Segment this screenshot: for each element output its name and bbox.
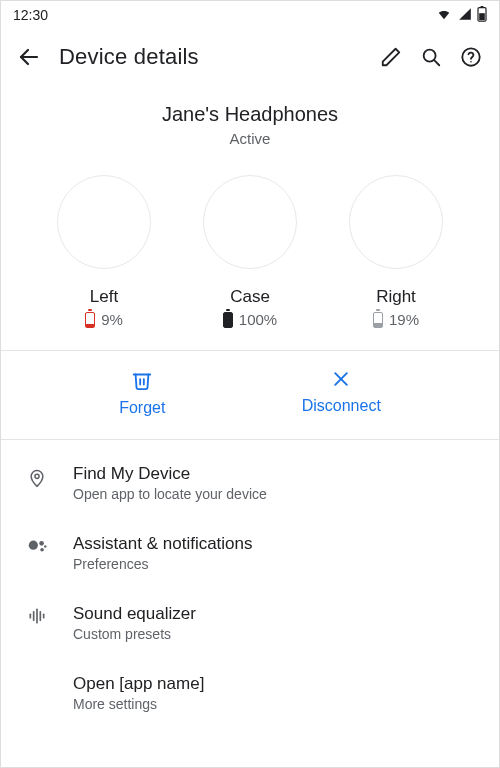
list-item-subtitle: Custom presets [73, 626, 477, 642]
assistant-notifications-item[interactable]: Assistant & notifications Preferences [1, 518, 499, 588]
back-arrow-icon [17, 45, 41, 69]
earbud-case-image [203, 175, 297, 269]
svg-point-13 [29, 541, 38, 550]
svg-point-14 [39, 541, 44, 546]
open-companion-app-item[interactable]: Open [app name] More settings [1, 658, 499, 728]
disconnect-button[interactable]: Disconnect [302, 369, 381, 417]
earbud-left-battery: 9% [101, 311, 123, 328]
svg-line-5 [434, 60, 439, 65]
list-item-title: Sound equalizer [73, 604, 477, 624]
disconnect-label: Disconnect [302, 397, 381, 415]
page-title: Device details [59, 44, 371, 70]
status-icons [435, 6, 487, 25]
assistant-icon [26, 536, 48, 558]
svg-rect-2 [479, 13, 485, 20]
earbud-right-battery: 19% [389, 311, 419, 328]
app-bar: Device details [1, 29, 499, 85]
list-item-subtitle: More settings [73, 696, 477, 712]
svg-point-15 [40, 548, 44, 552]
search-button[interactable] [411, 37, 451, 77]
earbud-left-image [57, 175, 151, 269]
settings-list: Find My Device Open app to locate your d… [1, 440, 499, 728]
earbud-left-label: Left [90, 287, 118, 307]
battery-status-icon [477, 6, 487, 25]
help-icon [460, 46, 482, 68]
find-my-device-item[interactable]: Find My Device Open app to locate your d… [1, 448, 499, 518]
svg-point-7 [470, 61, 472, 63]
list-item-title: Assistant & notifications [73, 534, 477, 554]
sound-equalizer-item[interactable]: Sound equalizer Custom presets [1, 588, 499, 658]
earbud-case-battery: 100% [239, 311, 277, 328]
list-item-title: Open [app name] [73, 674, 477, 694]
device-header: Jane's Headphones Active [1, 103, 499, 147]
earbud-left: Left 9% [32, 175, 177, 328]
list-item-subtitle: Open app to locate your device [73, 486, 477, 502]
back-button[interactable] [9, 37, 49, 77]
earbud-right: Right 19% [324, 175, 469, 328]
device-state: Active [1, 130, 499, 147]
edit-button[interactable] [371, 37, 411, 77]
battery-low-icon [373, 312, 383, 328]
earbud-case: Case 100% [178, 175, 323, 328]
battery-low-icon [85, 312, 95, 328]
status-bar: 12:30 [1, 1, 499, 29]
earbud-right-image [349, 175, 443, 269]
list-item-subtitle: Preferences [73, 556, 477, 572]
forget-button[interactable]: Forget [119, 369, 165, 417]
list-item-title: Find My Device [73, 464, 477, 484]
svg-rect-1 [480, 6, 483, 8]
status-time: 12:30 [13, 7, 48, 23]
svg-point-12 [35, 474, 39, 478]
pencil-icon [380, 46, 402, 68]
close-icon [331, 369, 351, 389]
equalizer-icon [26, 606, 48, 626]
location-pin-icon [27, 466, 47, 490]
forget-label: Forget [119, 399, 165, 417]
wifi-icon [435, 7, 453, 24]
device-name: Jane's Headphones [1, 103, 499, 126]
svg-point-16 [44, 545, 46, 547]
earbud-right-label: Right [376, 287, 416, 307]
cell-signal-icon [457, 7, 473, 24]
battery-full-icon [223, 312, 233, 328]
earbud-case-label: Case [230, 287, 270, 307]
help-button[interactable] [451, 37, 491, 77]
device-actions: Forget Disconnect [1, 351, 499, 439]
search-icon [420, 46, 442, 68]
trash-icon [131, 369, 153, 391]
earbud-status-row: Left 9% Case 100% Right 19% [1, 147, 499, 350]
